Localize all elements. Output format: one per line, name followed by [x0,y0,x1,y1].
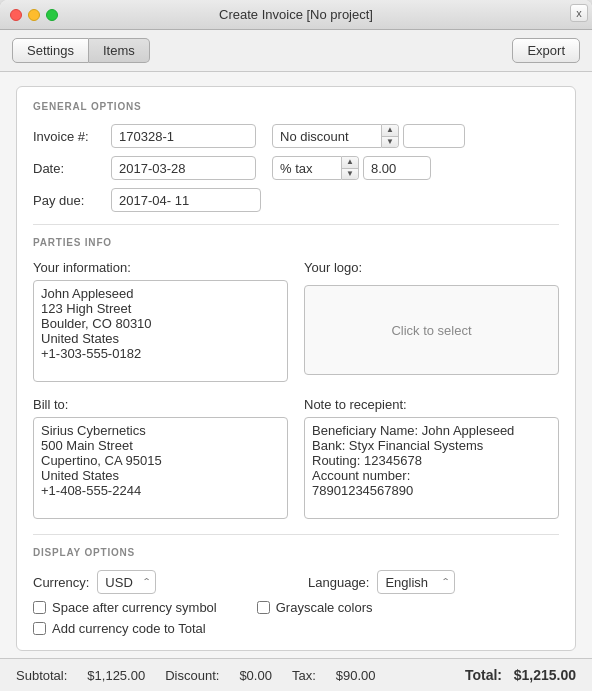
status-bar: Subtotal: $1,125.00 Discount: $0.00 Tax:… [0,658,592,691]
divider-1 [33,224,559,225]
close-button[interactable] [10,9,22,21]
note-col: Note to recepient: Beneficiary Name: Joh… [304,397,559,522]
currency-select[interactable]: USD EUR GBP [97,570,156,594]
date-label: Date: [33,161,103,176]
note-label: Note to recepient: [304,397,559,412]
subtotal-value: $1,125.00 [87,668,145,683]
tax-value: $90.00 [336,668,376,683]
language-row: Language: English French Spanish [308,570,559,594]
tax-label-input[interactable] [272,156,342,180]
discount-up-button[interactable]: ▲ [382,125,398,137]
bill-to-textarea[interactable]: Sirius Cybernetics 500 Main Street Cuper… [33,417,288,519]
tab-group: Settings Items [12,38,150,63]
general-options-label: GENERAL OPTIONS [33,101,559,112]
app-window: Create Invoice [No project] Settings Ite… [0,0,592,691]
language-select-wrap: English French Spanish [377,570,455,594]
your-logo-col: Your logo: x Click to select [304,260,559,385]
invoice-input[interactable] [111,124,256,148]
parties-info-label: PARTIES INFO [33,237,559,248]
pay-due-row: Pay due: [33,188,559,212]
total-display: Total: $1,215.00 [465,667,576,683]
logo-select-area[interactable]: Click to select [304,285,559,375]
tax-up-button[interactable]: ▲ [342,157,358,169]
checkbox-rows: Space after currency symbol Add currency… [33,600,559,636]
discount-spinner: ▲ ▼ [272,124,399,148]
main-content: GENERAL OPTIONS Invoice #: ▲ ▼ Da [0,72,592,658]
settings-section: GENERAL OPTIONS Invoice #: ▲ ▼ Da [16,86,576,651]
date-input[interactable] [111,156,256,180]
your-info-textarea[interactable]: John Appleseed 123 High Street Boulder, … [33,280,288,382]
discount-spinner-buttons: ▲ ▼ [382,124,399,148]
minimize-button[interactable] [28,9,40,21]
tax-value-input[interactable] [363,156,431,180]
divider-2 [33,534,559,535]
tax-down-button[interactable]: ▼ [342,169,358,180]
your-info-col: Your information: John Appleseed 123 Hig… [33,260,288,385]
maximize-button[interactable] [46,9,58,21]
language-label: Language: [308,575,369,590]
add-code-checkbox-wrap[interactable]: Add currency code to Total [33,621,217,636]
bill-note-cols: Bill to: Sirius Cybernetics 500 Main Str… [33,397,559,522]
title-bar: Create Invoice [No project] [0,0,592,30]
parties-cols: Your information: John Appleseed 123 Hig… [33,260,559,385]
export-button[interactable]: Export [512,38,580,63]
date-row: Date: ▲ ▼ [33,156,559,180]
grayscale-checkbox[interactable] [257,601,270,614]
discount-label: Discount: [165,668,219,683]
left-checkboxes: Space after currency symbol Add currency… [33,600,217,636]
display-options-label: DISPLAY OPTIONS [33,547,559,558]
window-title: Create Invoice [No project] [219,7,373,22]
traffic-lights [10,9,58,21]
invoice-label: Invoice #: [33,129,103,144]
currency-label: Currency: [33,575,89,590]
invoice-row: Invoice #: ▲ ▼ [33,124,559,148]
tax-spinner-buttons: ▲ ▼ [342,156,359,180]
discount-value: $0.00 [239,668,272,683]
space-after-currency-label: Space after currency symbol [52,600,217,615]
discount-value-input[interactable] [403,124,465,148]
currency-select-wrap: USD EUR GBP [97,570,156,594]
tax-label: Tax: [292,668,316,683]
add-code-checkbox[interactable] [33,622,46,635]
your-logo-label: Your logo: [304,260,362,275]
discount-down-button[interactable]: ▼ [382,137,398,148]
space-after-currency-checkbox[interactable] [33,601,46,614]
pay-due-input[interactable] [111,188,261,212]
tab-settings[interactable]: Settings [12,38,89,63]
subtotal-label: Subtotal: [16,668,67,683]
bill-to-label: Bill to: [33,397,288,412]
grayscale-label: Grayscale colors [276,600,373,615]
pay-due-label: Pay due: [33,193,103,208]
add-code-label: Add currency code to Total [52,621,206,636]
total-label: Total: [465,667,502,683]
your-info-label: Your information: [33,260,288,275]
grayscale-checkbox-wrap[interactable]: Grayscale colors [257,600,373,615]
currency-row: Currency: USD EUR GBP [33,570,284,594]
toolbar: Settings Items Export [0,30,592,72]
logo-click-text: Click to select [391,323,471,338]
language-select[interactable]: English French Spanish [377,570,455,594]
space-after-currency-checkbox-wrap[interactable]: Space after currency symbol [33,600,217,615]
discount-input[interactable] [272,124,382,148]
display-options-row: Currency: USD EUR GBP Language: English [33,570,559,594]
bill-to-col: Bill to: Sirius Cybernetics 500 Main Str… [33,397,288,522]
total-value: $1,215.00 [514,667,576,683]
note-textarea[interactable]: Beneficiary Name: John Appleseed Bank: S… [304,417,559,519]
logo-header: Your logo: x [304,260,559,280]
right-checkboxes: Grayscale colors [257,600,373,636]
tax-spinner: ▲ ▼ [272,156,359,180]
tab-items[interactable]: Items [89,38,150,63]
